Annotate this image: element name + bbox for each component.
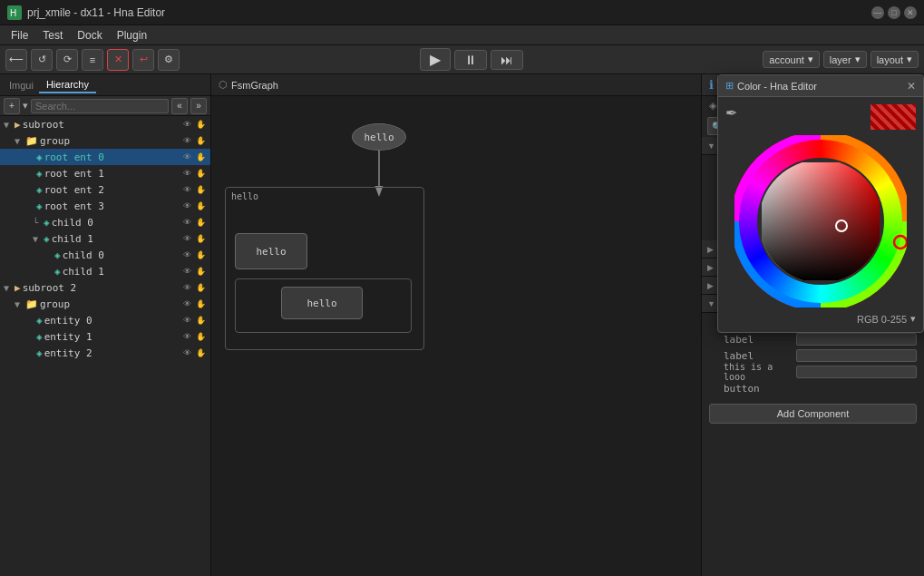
inspector-info-icon: ℹ xyxy=(709,78,714,92)
cube-icon-e1: ◈ xyxy=(36,331,43,343)
cube-icon-3: ◈ xyxy=(36,200,43,212)
tree-item-group-2[interactable]: ▼ 📁 group 👁 ✋ xyxy=(0,296,210,312)
title-bar: H prj_xmile - dx11 - Hna Editor — □ ✕ xyxy=(0,0,924,25)
folder-icon-subroot: ▶ xyxy=(15,119,21,131)
color-panel-close-button[interactable]: ✕ xyxy=(907,80,916,93)
color-wheel-container[interactable] xyxy=(734,135,907,308)
cube-icon-cn0: ◈ xyxy=(54,249,61,261)
layer-dropdown[interactable]: layer ▾ xyxy=(823,51,867,68)
fsm-header: ⬡ FsmGraph xyxy=(211,74,701,96)
hierarchy-expand-all[interactable]: » xyxy=(190,98,207,114)
toolbar-btn-2[interactable]: ⟳ xyxy=(56,49,78,71)
tree-item-entity-0[interactable]: ◈ entity 0 👁 ✋ xyxy=(0,312,210,328)
tree-item-subroot[interactable]: ▼ ▶ subroot 👁 ✋ xyxy=(0,116,210,132)
tree-item-child-0-nested[interactable]: ◈ child 0 👁 ✋ xyxy=(0,247,210,263)
eyedropper-button[interactable]: ✒ xyxy=(725,104,737,122)
color-panel-title: Color - Hna Editor xyxy=(737,81,903,92)
tree-item-entity-1[interactable]: ◈ entity 1 👁 ✋ xyxy=(0,328,210,345)
left-panel: Imgui Hierarchy + ▾ « » ▼ ▶ subroot 👁 ✋ xyxy=(0,74,211,576)
account-dropdown[interactable]: account ▾ xyxy=(763,51,820,68)
rgb-dropdown-arrow[interactable]: ▾ xyxy=(910,313,916,325)
add-component-button[interactable]: Add Component xyxy=(709,404,917,424)
rgb-label-text: RGB 0-255 xyxy=(857,314,907,325)
toolbar-btn-5[interactable]: ↩ xyxy=(132,49,154,71)
menu-dock[interactable]: Dock xyxy=(70,27,109,44)
toolbar: ⟵ ↺ ⟳ ≡ ✕ ↩ ⚙ ▶ ⏸ ⏭ account ▾ layer ▾ la… xyxy=(0,45,924,74)
folder-icon-group1: 📁 xyxy=(25,135,38,147)
window-title: prj_xmile - dx11 - Hna Editor xyxy=(27,6,871,19)
color-preview-strip xyxy=(871,104,916,130)
tree-item-root-ent-2[interactable]: ◈ root ent 2 👁 ✋ xyxy=(0,181,210,198)
cube-icon-e2: ◈ xyxy=(36,347,43,359)
hierarchy-toolbar: + ▾ « » xyxy=(0,96,210,116)
menu-bar: File Test Dock Plugin xyxy=(0,25,924,45)
window-controls: — □ ✕ xyxy=(871,6,917,19)
pause-button[interactable]: ⏸ xyxy=(454,50,487,70)
fsm-outer-label: hello xyxy=(231,191,258,201)
skip-button[interactable]: ⏭ xyxy=(491,50,523,70)
prop-input-4-2[interactable] xyxy=(796,349,917,362)
toolbar-btn-6[interactable]: ⚙ xyxy=(158,49,180,71)
tree-item-root-ent-1[interactable]: ◈ root ent 1 👁 ✋ xyxy=(0,165,210,181)
tree-item-root-ent-3[interactable]: ◈ root ent 3 👁 ✋ xyxy=(0,198,210,214)
cube-icon-cn1: ◈ xyxy=(54,266,61,278)
toolbar-btn-1[interactable]: ↺ xyxy=(31,49,53,71)
svg-rect-8 xyxy=(762,162,880,280)
hierarchy-tree: ▼ ▶ subroot 👁 ✋ ▼ 📁 group 👁 ✋ xyxy=(0,116,210,576)
add-arrow[interactable]: ▾ xyxy=(23,100,28,112)
hierarchy-tab[interactable]: Hierarchy xyxy=(39,77,96,93)
menu-plugin[interactable]: Plugin xyxy=(110,27,154,44)
layout-dropdown[interactable]: layout ▾ xyxy=(871,51,919,68)
prop-long-4-3 xyxy=(796,366,917,378)
prop-input-4-1[interactable] xyxy=(796,333,917,346)
cube-icon-c0: ◈ xyxy=(44,217,50,229)
svg-text:H: H xyxy=(10,8,16,18)
add-item-button[interactable]: + xyxy=(4,98,20,114)
prop-row-4-1: label xyxy=(702,331,924,347)
folder-icon-subroot2: ▶ xyxy=(15,282,21,294)
fsm-canvas[interactable]: hello hello hello hello xyxy=(211,96,701,576)
fsm-container-inner[interactable]: hello xyxy=(235,278,412,333)
color-grid-icon: ⊞ xyxy=(725,80,734,92)
tree-item-root-ent-0[interactable]: ◈ root ent 0 👁 ✋ xyxy=(0,149,210,165)
cube-icon-2: ◈ xyxy=(36,184,43,196)
cube-icon-1: ◈ xyxy=(36,168,43,180)
close-button[interactable]: ✕ xyxy=(904,6,917,19)
fsm-node-hello-top[interactable]: hello xyxy=(352,123,406,151)
tree-item-child-1-nested[interactable]: ◈ child 1 👁 ✋ xyxy=(0,263,210,279)
fsm-icon: ⬡ xyxy=(219,79,228,91)
toolbar-btn-0[interactable]: ⟵ xyxy=(5,49,27,71)
tree-item-child-1[interactable]: ▼ ◈ child 1 👁 ✋ xyxy=(0,230,210,247)
color-picker-panel: ⊞ Color - Hna Editor ✕ ✒ xyxy=(717,74,924,333)
prop-row-4-3: this is a looo xyxy=(702,364,924,380)
prop-row-4-4: button xyxy=(702,380,924,396)
play-button[interactable]: ▶ xyxy=(420,48,451,71)
tree-item-group-1[interactable]: ▼ 📁 group 👁 ✋ xyxy=(0,132,210,149)
tree-item-child-0[interactable]: └ ◈ child 0 👁 ✋ xyxy=(0,214,210,230)
maximize-button[interactable]: □ xyxy=(888,6,900,19)
fsm-node-inner-right[interactable]: hello xyxy=(281,287,363,319)
folder-icon-group2: 📁 xyxy=(25,298,38,310)
cube-icon-c1: ◈ xyxy=(44,233,50,245)
center-panel: ⬡ FsmGraph hello hello xyxy=(211,74,702,576)
minimize-button[interactable]: — xyxy=(871,6,884,19)
fsm-container-outer[interactable]: hello hello hello xyxy=(225,187,424,350)
rgb-label-row: RGB 0-255 ▾ xyxy=(857,313,916,325)
tree-item-entity-2[interactable]: ◈ entity 2 👁 ✋ xyxy=(0,345,210,361)
hierarchy-collapse-all[interactable]: « xyxy=(171,98,188,114)
imgui-label: Imgui xyxy=(4,80,39,91)
fsm-node-inner-left[interactable]: hello xyxy=(235,233,307,269)
tree-item-subroot-2[interactable]: ▼ ▶ subroot 2 👁 ✋ xyxy=(0,279,210,296)
cube-icon-e0: ◈ xyxy=(36,315,43,327)
menu-file[interactable]: File xyxy=(4,27,35,44)
color-wheel-svg xyxy=(734,135,907,308)
menu-test[interactable]: Test xyxy=(35,27,70,44)
color-panel-body: ✒ xyxy=(718,97,923,332)
fsm-title: FsmGraph xyxy=(231,80,278,91)
toolbar-btn-4[interactable]: ✕ xyxy=(107,49,129,71)
app-icon: H xyxy=(7,5,22,20)
hierarchy-search[interactable] xyxy=(31,99,169,113)
toolbar-btn-3[interactable]: ≡ xyxy=(82,49,103,71)
color-panel-header: ⊞ Color - Hna Editor ✕ xyxy=(718,75,923,97)
hierarchy-header: Imgui Hierarchy xyxy=(0,74,210,96)
